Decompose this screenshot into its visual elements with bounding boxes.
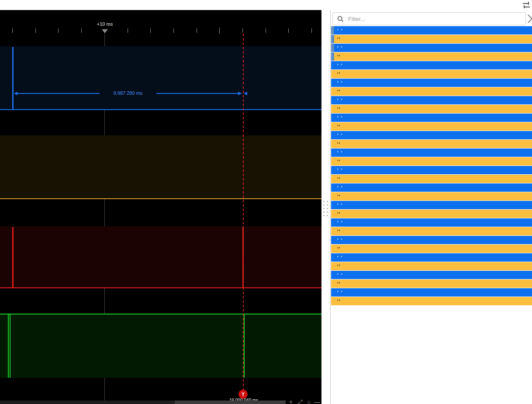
list-item[interactable]: ' ' xyxy=(331,131,532,139)
decoded-data-panel: ' ' '' ' ' '' ' ' '' ' ' '' ' ' '' ' ' xyxy=(330,10,532,404)
frame-value: '' xyxy=(337,124,341,129)
list-item[interactable]: ' ' xyxy=(331,79,532,87)
ruler-tick xyxy=(197,28,197,33)
trigger-marker[interactable]: T xyxy=(238,390,248,399)
filter-box[interactable] xyxy=(332,12,526,25)
list-item[interactable]: '' xyxy=(331,52,532,61)
filter-input[interactable] xyxy=(347,15,525,23)
list-item[interactable]: '' xyxy=(331,175,532,183)
frame-value: ' ' xyxy=(337,150,343,155)
frame-value: ' ' xyxy=(337,63,343,68)
measurement-arrow-left-icon xyxy=(14,92,17,95)
frame-value: '' xyxy=(337,142,341,147)
list-item[interactable]: ' ' xyxy=(331,271,532,279)
measurement-arrow-end-icon xyxy=(244,92,247,95)
top-bar xyxy=(0,0,532,10)
list-item[interactable]: ' ' xyxy=(331,96,532,104)
frame-value: ' ' xyxy=(337,290,343,295)
list-item[interactable]: '' xyxy=(331,105,532,113)
list-item[interactable]: ' ' xyxy=(331,114,532,122)
list-item[interactable]: '' xyxy=(331,122,532,131)
trigger-cursor-line[interactable] xyxy=(243,34,244,390)
list-item[interactable]: ' ' xyxy=(331,253,532,262)
list-item[interactable]: '' xyxy=(331,280,532,288)
accent-stripe xyxy=(331,26,334,35)
channel-olive-baseline xyxy=(0,198,321,199)
channel-green[interactable] xyxy=(0,314,321,378)
list-item[interactable]: ' ' xyxy=(331,201,532,209)
list-item[interactable]: '' xyxy=(331,87,532,96)
list-item[interactable]: ' ' xyxy=(331,236,532,244)
ruler-tick xyxy=(219,28,220,34)
ruler-tick xyxy=(150,28,151,33)
ruler-tick xyxy=(242,28,243,33)
list-item[interactable]: ' ' xyxy=(331,61,532,69)
frame-value: ' ' xyxy=(337,80,343,86)
list-item[interactable]: '' xyxy=(331,35,532,43)
frame-value: '' xyxy=(337,246,341,252)
frame-value: '' xyxy=(337,37,341,42)
accent-stripe xyxy=(331,52,334,61)
channel-red[interactable] xyxy=(0,226,321,288)
list-item[interactable]: '' xyxy=(331,227,532,235)
list-item[interactable]: '' xyxy=(331,210,532,218)
channel-green-notch-edge xyxy=(244,314,245,378)
frame-value: ' ' xyxy=(337,203,343,208)
horizontal-scrollbar[interactable] xyxy=(0,401,286,404)
list-item[interactable]: ' ' xyxy=(331,183,532,192)
frame-value: ' ' xyxy=(337,168,343,173)
waveform-canvas[interactable]: +10 ms 9.987 280 ms T 16.000 040 ms + ⤢ … xyxy=(0,10,321,404)
timeline-marker-label: +10 ms xyxy=(83,21,127,27)
list-item[interactable]: ' ' xyxy=(331,44,532,52)
ruler-tick xyxy=(311,28,312,33)
chevron-right-icon[interactable] xyxy=(527,14,532,24)
list-item[interactable]: '' xyxy=(331,70,532,78)
frame-value: ' ' xyxy=(337,98,343,103)
ruler-tick xyxy=(81,28,82,33)
timeline-marker-icon[interactable] xyxy=(102,29,108,33)
list-item[interactable]: ' ' xyxy=(331,166,532,174)
add-icon[interactable]: + xyxy=(287,398,294,404)
drag-handle-icon[interactable] xyxy=(323,201,328,216)
list-item[interactable]: '' xyxy=(331,157,532,166)
frame-value: '' xyxy=(337,176,341,182)
frame-value: '' xyxy=(337,264,341,269)
list-item[interactable]: ' ' xyxy=(331,148,532,157)
list-item[interactable]: '' xyxy=(331,245,532,253)
frame-value: '' xyxy=(337,89,341,94)
list-item[interactable]: '' xyxy=(331,262,532,270)
ruler-tick xyxy=(173,28,174,33)
frame-value: '' xyxy=(337,229,341,234)
channel-blue[interactable]: 9.987 280 ms xyxy=(0,46,321,110)
channel-green-highline xyxy=(0,314,321,314)
frame-value: ' ' xyxy=(337,273,343,278)
channel-red-baseline xyxy=(0,287,321,288)
frame-value: '' xyxy=(337,159,341,164)
minimize-icon[interactable]: — xyxy=(314,398,321,404)
measurement-value[interactable]: 9.987 280 ms xyxy=(100,90,156,96)
frame-value: ' ' xyxy=(337,28,343,33)
list-item[interactable]: '' xyxy=(331,297,532,305)
frame-value: '' xyxy=(337,299,341,304)
list-item[interactable]: '' xyxy=(331,192,532,200)
ruler-tick xyxy=(12,28,13,33)
ruler-tick xyxy=(58,28,59,33)
frame-value: '' xyxy=(337,194,341,199)
list-item[interactable]: ' ' xyxy=(331,218,532,227)
list-item[interactable]: ' ' xyxy=(331,288,532,297)
frame-value: ' ' xyxy=(337,45,343,51)
scrollbar-thumb[interactable] xyxy=(175,401,286,404)
zoom-icon[interactable]: ○ xyxy=(305,398,312,404)
expand-icon[interactable]: ⤢ xyxy=(297,398,304,404)
list-item[interactable]: ' ' xyxy=(331,26,532,35)
ruler-tick xyxy=(288,28,289,33)
frame-value: ' ' xyxy=(337,255,343,260)
list-item[interactable]: '' xyxy=(331,140,532,148)
frame-value: '' xyxy=(337,72,341,77)
frame-value: ' ' xyxy=(337,238,343,243)
ruler-tick xyxy=(35,28,36,33)
frame-value: ' ' xyxy=(337,133,343,138)
panel-splitter[interactable] xyxy=(321,10,330,404)
channel-olive[interactable] xyxy=(0,135,321,199)
panel-toggle-icon[interactable] xyxy=(523,1,531,9)
